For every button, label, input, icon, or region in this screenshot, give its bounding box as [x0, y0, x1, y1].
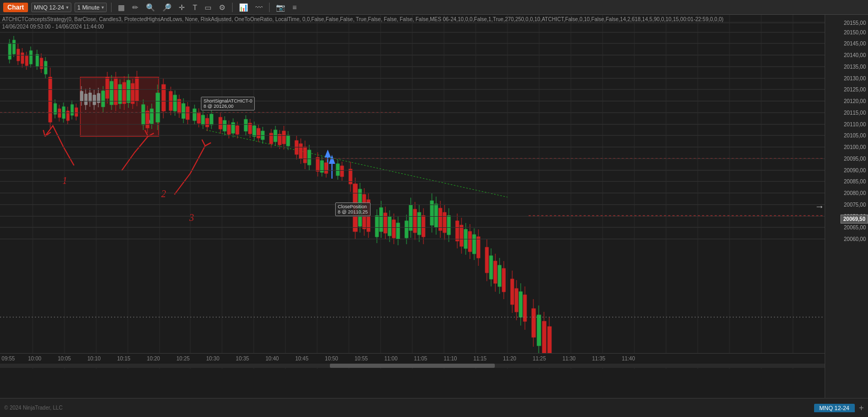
svg-rect-297 — [405, 221, 408, 238]
price-label: 20060,00 — [844, 236, 866, 242]
svg-rect-115 — [101, 91, 105, 107]
price-label: 20125,00 — [844, 87, 866, 92]
svg-rect-303 — [413, 209, 417, 233]
svg-rect-215 — [261, 131, 264, 140]
svg-rect-252 — [320, 161, 324, 172]
svg-rect-345 — [485, 247, 488, 273]
svg-rect-140 — [135, 77, 138, 101]
svg-rect-79 — [49, 77, 52, 122]
separator-1 — [111, 3, 112, 12]
svg-rect-267 — [353, 184, 357, 231]
svg-rect-191 — [223, 121, 226, 131]
svg-rect-200 — [236, 126, 239, 134]
candle-type-icon[interactable]: 📊 — [237, 3, 250, 12]
svg-rect-149 — [150, 109, 153, 124]
svg-rect-239 — [303, 147, 307, 163]
price-label: 20140,00 — [844, 52, 866, 58]
svg-rect-221 — [274, 130, 277, 142]
svg-rect-152 — [156, 93, 160, 122]
bar-chart-icon[interactable]: ▦ — [116, 3, 127, 12]
svg-rect-118 — [106, 77, 109, 98]
svg-rect-315 — [435, 204, 438, 227]
arrow-right-icon[interactable]: → — [815, 201, 824, 212]
svg-rect-309 — [422, 216, 425, 237]
rect-icon[interactable]: ▭ — [202, 3, 214, 12]
price-label: 20150,00 — [844, 29, 866, 35]
svg-rect-378 — [542, 321, 546, 353]
time-label: 11:10 — [444, 356, 457, 362]
time-label: 10:35 — [236, 356, 249, 362]
magnify-icon[interactable]: 🔍 — [144, 3, 157, 12]
svg-rect-100 — [80, 91, 83, 101]
svg-rect-134 — [127, 80, 130, 103]
svg-rect-212 — [257, 128, 260, 138]
svg-rect-137 — [131, 84, 134, 104]
svg-rect-179 — [201, 115, 205, 125]
svg-rect-330 — [460, 225, 463, 246]
svg-rect-360 — [511, 279, 514, 304]
svg-rect-85 — [58, 109, 61, 117]
svg-text:1: 1 — [62, 175, 67, 186]
svg-rect-233 — [295, 141, 298, 154]
scrollbar-thumb[interactable] — [330, 364, 495, 368]
zoom-out-icon[interactable]: 🔎 — [160, 3, 173, 12]
svg-rect-306 — [418, 212, 421, 235]
svg-rect-230 — [287, 135, 290, 146]
time-label: 09:55 — [2, 356, 15, 362]
scrollbar-container[interactable] — [0, 364, 825, 368]
svg-rect-97 — [75, 108, 78, 116]
svg-rect-61 — [21, 53, 24, 63]
price-label: 20135,00 — [844, 63, 866, 69]
settings-icon[interactable]: ⚙ — [217, 3, 228, 12]
screenshot-icon[interactable]: 📷 — [274, 3, 287, 12]
bottombar: © 2024 NinjaTrader, LLC MNQ 12-24 + — [0, 398, 868, 417]
svg-rect-55 — [13, 40, 15, 54]
time-label: 10:05 — [58, 356, 71, 362]
svg-rect-143 — [142, 105, 145, 125]
svg-rect-122 — [110, 81, 113, 105]
svg-rect-282 — [380, 208, 383, 231]
time-label: 10:25 — [177, 356, 190, 362]
svg-rect-109 — [93, 95, 96, 105]
svg-rect-279 — [375, 216, 378, 237]
svg-rect-224 — [278, 134, 281, 145]
strategy-dates: 14/06/2024 09:53:00 - 14/06/2024 11:44:0… — [2, 23, 724, 31]
chart-button[interactable]: Chart — [3, 3, 28, 12]
time-label: 11:25 — [533, 356, 546, 362]
price-label: 20110,00 — [844, 121, 866, 127]
symbol-dropdown[interactable]: MNQ 12-24 — [31, 3, 71, 12]
time-label: 11:30 — [562, 356, 576, 362]
svg-rect-242 — [308, 150, 311, 165]
timeframe-dropdown[interactable]: 1 Minute — [75, 3, 107, 12]
svg-rect-339 — [473, 235, 476, 254]
price-label: 20065,00 — [844, 225, 866, 230]
svg-rect-270 — [358, 189, 362, 226]
svg-rect-76 — [44, 61, 47, 74]
svg-rect-161 — [173, 95, 177, 111]
svg-rect-73 — [40, 58, 43, 69]
price-label: 20115,00 — [844, 109, 866, 115]
svg-rect-333 — [464, 229, 467, 248]
tab-mnq[interactable]: MNQ 12-24 — [814, 404, 855, 412]
svg-rect-363 — [515, 289, 518, 312]
time-axis: 09:5510:0010:0510:1010:1510:2010:2510:30… — [0, 353, 825, 364]
time-label: 10:40 — [265, 356, 279, 362]
time-label: 11:00 — [384, 356, 398, 362]
text-icon[interactable]: T — [190, 3, 199, 12]
crosshair-icon[interactable]: ✛ — [177, 3, 187, 12]
indicator-icon[interactable]: 〰 — [253, 3, 265, 12]
list-icon[interactable]: ≡ — [290, 3, 299, 12]
svg-rect-206 — [248, 123, 252, 134]
chart-container: ATCHICTConceptsStrategy(0, BarClose, Can… — [0, 15, 868, 398]
price-label: 20090,00 — [844, 167, 866, 173]
svg-rect-300 — [409, 205, 412, 230]
svg-rect-197 — [232, 123, 235, 133]
svg-rect-372 — [532, 309, 535, 337]
svg-rect-273 — [363, 194, 366, 229]
add-tab-button[interactable]: + — [859, 403, 864, 413]
draw-tool-icon[interactable]: ✏ — [130, 3, 141, 12]
svg-rect-203 — [244, 119, 247, 131]
time-label: 10:10 — [87, 356, 100, 362]
svg-rect-351 — [494, 261, 497, 283]
price-label: 20075,00 — [844, 201, 866, 207]
